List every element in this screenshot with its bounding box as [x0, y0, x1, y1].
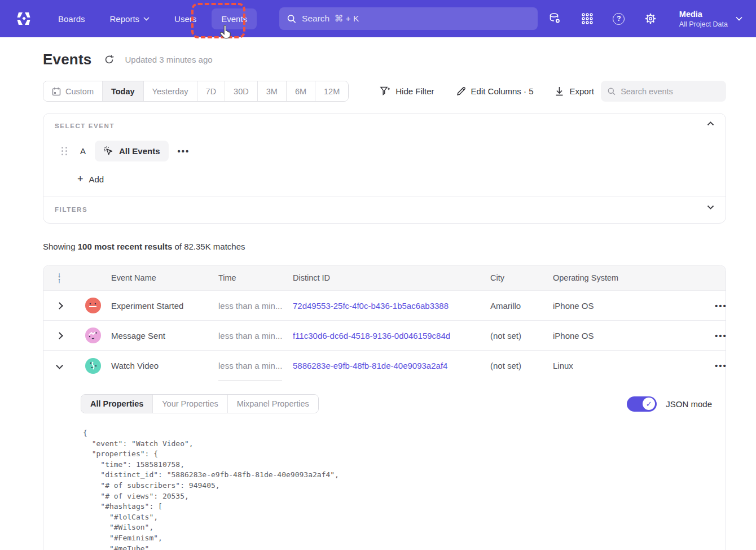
date-range-12m[interactable]: 12M: [315, 81, 348, 101]
refresh-button[interactable]: [104, 54, 115, 65]
filters-section: FILTERS: [43, 197, 726, 223]
events-page: Events Updated 3 minutes ago Custom Toda…: [0, 37, 756, 550]
segment-label: 12M: [324, 87, 340, 96]
segment-label: 6M: [295, 87, 306, 96]
global-search-input[interactable]: [302, 14, 530, 24]
top-navigation: Boards Reports Users Events: [0, 0, 756, 37]
json-mode-toggle[interactable]: ✓: [627, 396, 657, 412]
add-event-button[interactable]: + Add: [77, 174, 714, 184]
avatar-face-glyph: [89, 331, 98, 339]
help-icon[interactable]: ?: [612, 11, 626, 26]
segment-label: 3M: [266, 87, 278, 96]
date-range-6m[interactable]: 6M: [286, 81, 315, 101]
question-mark-glyph: ?: [613, 13, 625, 25]
apps-grid-icon[interactable]: [580, 11, 595, 26]
cell-distinct-id-link[interactable]: 5886283e-e9fb-48fb-81de-40e9093a2af4: [293, 361, 490, 370]
date-range-3m[interactable]: 3M: [257, 81, 286, 101]
table-row-expanded[interactable]: Watch Video less than a min... 5886283e-…: [43, 351, 726, 381]
magic-cursor-icon: [103, 146, 114, 156]
download-icon: [555, 86, 564, 97]
filter-funnel-icon: [380, 86, 390, 97]
nav-item-label: Events: [221, 14, 247, 24]
collapse-all-button[interactable]: ↓ ↑: [43, 272, 75, 283]
event-row-letter: A: [80, 146, 86, 156]
row-menu-button[interactable]: •••: [715, 331, 727, 341]
events-table: ↓ ↑ Event Name Time Distinct ID City Ope…: [43, 265, 726, 381]
toggle-check-icon: ✓: [643, 398, 655, 410]
row-menu-button[interactable]: •••: [715, 301, 727, 311]
arrow-up-icon: ↑: [58, 278, 61, 283]
segment-label: Today: [111, 87, 135, 96]
grid-dots-glyph: [581, 12, 594, 25]
cell-event-name: Message Sent: [111, 331, 218, 341]
chevron-down-icon: [707, 205, 714, 209]
edit-columns-button[interactable]: Edit Columns · 5: [456, 86, 534, 97]
database-gear-glyph: [548, 12, 562, 25]
tab-mixpanel-properties[interactable]: Mixpanel Properties: [227, 395, 318, 413]
tab-all-properties[interactable]: All Properties: [81, 395, 152, 413]
chevron-down-icon: [736, 16, 742, 21]
collapse-row-button[interactable]: [43, 363, 75, 368]
settings-gear-icon[interactable]: [643, 11, 658, 26]
search-events-input[interactable]: [621, 87, 719, 96]
pencil-icon: [456, 86, 466, 97]
nav-item-reports[interactable]: Reports: [100, 8, 160, 29]
nav-item-label: Users: [174, 14, 196, 24]
segment-label: 30D: [234, 87, 249, 96]
event-avatar: [85, 328, 101, 343]
refresh-icon: [104, 54, 115, 65]
toolbar: Custom Today Yesterday 7D 30D 3M 6M 12M …: [43, 81, 726, 102]
nav-item-label: Boards: [58, 14, 85, 24]
global-search[interactable]: [279, 7, 538, 30]
nav-item-users[interactable]: Users: [165, 8, 206, 29]
date-range-7d[interactable]: 7D: [197, 81, 225, 101]
cell-distinct-id-link[interactable]: 72d49553-25fc-4f0c-b436-1b5ac6ab3388: [293, 301, 490, 311]
select-event-section: SELECT EVENT A: [43, 114, 726, 197]
date-range-yesterday[interactable]: Yesterday: [143, 81, 197, 101]
project-scope: All Project Data: [679, 20, 728, 29]
detail-toolbar: All Properties Your Properties Mixpanel …: [81, 394, 712, 413]
drag-handle-icon[interactable]: [61, 147, 68, 155]
hide-filter-label: Hide Filter: [395, 86, 434, 96]
selected-event-name: All Events: [119, 146, 160, 156]
cell-time: less than a min...: [218, 301, 293, 311]
segment-label: Yesterday: [152, 87, 188, 96]
event-query-row: A All Events •••: [61, 141, 714, 161]
page-title: Events: [43, 51, 91, 68]
date-range-custom[interactable]: Custom: [43, 81, 102, 101]
cell-time: less than a min...: [218, 361, 293, 370]
summary-prefix: Showing: [43, 242, 78, 251]
collapse-section-button[interactable]: [707, 121, 714, 126]
export-label: Export: [569, 86, 594, 96]
nav-item-events[interactable]: Events: [212, 8, 257, 29]
chevron-up-icon: [707, 121, 714, 126]
data-management-icon[interactable]: [548, 11, 563, 26]
date-range-today[interactable]: Today: [102, 81, 143, 101]
hide-filter-button[interactable]: Hide Filter: [380, 86, 434, 97]
tab-your-properties[interactable]: Your Properties: [152, 395, 227, 413]
column-header-event-name: Event Name: [111, 273, 218, 282]
chevron-down-icon: [143, 17, 150, 21]
search-events-box[interactable]: [601, 81, 726, 102]
cell-city: (not set): [490, 331, 553, 341]
select-event-label: SELECT EVENT: [55, 123, 714, 129]
mixpanel-logo[interactable]: [11, 11, 36, 26]
json-mode-label: JSON mode: [666, 399, 712, 409]
table-row[interactable]: Experiment Started less than a min... 72…: [43, 291, 726, 321]
expand-filters-button[interactable]: [707, 205, 714, 209]
event-more-options-button[interactable]: •••: [178, 146, 190, 156]
export-button[interactable]: Export: [555, 86, 594, 97]
expand-row-button[interactable]: [43, 333, 75, 338]
nav-item-boards[interactable]: Boards: [49, 8, 95, 29]
event-selector-button[interactable]: All Events: [95, 141, 169, 161]
cell-os: iPhone OS: [553, 301, 657, 311]
cell-city: (not set): [490, 361, 553, 370]
project-switcher[interactable]: Media All Project Data: [679, 9, 742, 29]
date-range-30d[interactable]: 30D: [225, 81, 257, 101]
event-avatar: [85, 298, 101, 313]
table-row[interactable]: Message Sent less than a min... f11c30d6…: [43, 321, 726, 351]
cell-os: Linux: [553, 361, 657, 370]
row-menu-button[interactable]: •••: [715, 361, 727, 370]
cell-distinct-id-link[interactable]: f11c30d6-dc6d-4518-9136-0d046159c84d: [293, 331, 490, 341]
expand-row-button[interactable]: [43, 303, 75, 308]
